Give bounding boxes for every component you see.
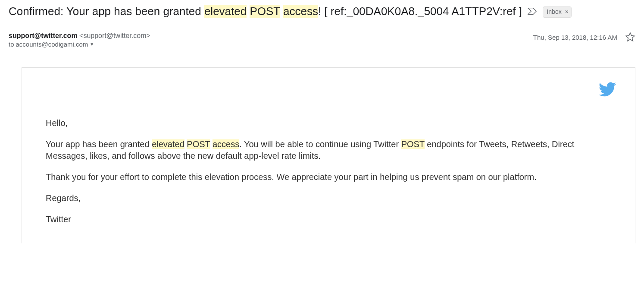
body-highlight: POST (401, 139, 425, 149)
email-subject: Confirmed: Your app has been granted ele… (9, 3, 635, 19)
body-highlight: elevated (152, 139, 184, 149)
subject-highlight: access (283, 5, 318, 18)
body-paragraph-2: Thank you for your effort to complete th… (46, 171, 611, 183)
body-paragraph-1: Your app has been granted elevated POST … (46, 139, 611, 162)
sender-email: <support@twitter.com> (78, 32, 150, 39)
body-greeting: Hello, (46, 117, 611, 129)
sender-info: support@twitter.com <support@twitter.com… (9, 32, 150, 40)
recipient-line[interactable]: to accounts@codigami.com ▼ (9, 41, 150, 48)
body-regards: Regards, (46, 192, 611, 204)
star-button[interactable] (625, 32, 635, 42)
sender-name: support@twitter.com (9, 32, 78, 39)
body-highlight: access (213, 139, 239, 149)
recipient-prefix: to (9, 41, 14, 48)
body-signature: Twitter (46, 214, 611, 225)
email-timestamp: Thu, Sep 13, 2018, 12:16 AM (533, 34, 617, 41)
subject-highlight: elevated (204, 5, 247, 18)
important-marker-icon[interactable] (528, 7, 537, 15)
chevron-down-icon[interactable]: ▼ (90, 42, 94, 47)
inbox-label-text: Inbox (547, 8, 561, 16)
inbox-label[interactable]: Inbox × (543, 6, 571, 18)
subject-text-pre: Confirmed: Your app has been granted (9, 5, 204, 18)
twitter-logo-icon (597, 81, 618, 100)
subject-text-post: ! [ ref:_00DA0K0A8._5004 A1TTP2V:ref ] (318, 5, 522, 18)
close-icon[interactable]: × (563, 8, 570, 16)
subject-highlight: POST (250, 5, 280, 18)
recipient-email: accounts@codigami.com (16, 41, 88, 48)
email-body: Hello, Your app has been granted elevate… (22, 67, 635, 243)
body-highlight: POST (187, 139, 210, 149)
